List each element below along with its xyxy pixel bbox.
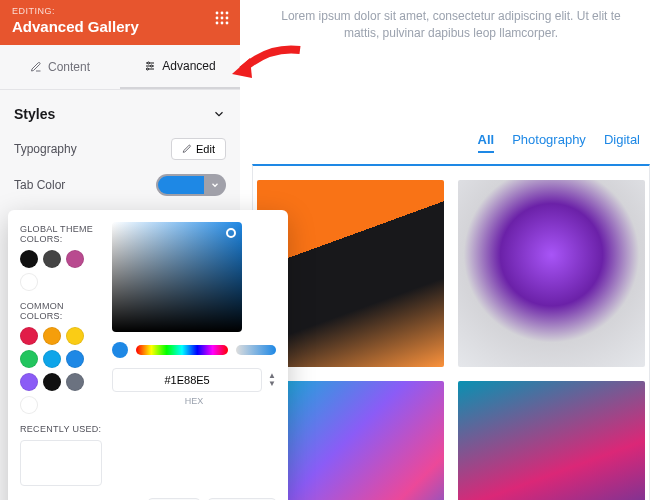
filter-tabs: All Photography Digital: [252, 120, 650, 165]
sliders-icon: [144, 60, 156, 72]
swatch-color: [156, 174, 204, 196]
hue-slider[interactable]: [136, 345, 228, 355]
color-dot[interactable]: [43, 250, 61, 268]
color-dot[interactable]: [20, 327, 38, 345]
svg-point-8: [226, 22, 229, 25]
filter-digital[interactable]: Digital: [604, 132, 640, 153]
gallery-module: All Photography Digital: [252, 120, 650, 500]
tab-color-label: Tab Color: [14, 178, 65, 192]
tab-content-label: Content: [48, 60, 90, 74]
recent-colors-label: RECENTLY USED:: [20, 424, 102, 434]
svg-point-4: [221, 17, 224, 20]
svg-point-6: [216, 22, 219, 25]
filter-all[interactable]: All: [478, 132, 495, 153]
color-dot[interactable]: [43, 350, 61, 368]
color-picker-popover: GLOBAL THEME COLORS: COMMON COLORS: RECE…: [8, 210, 288, 500]
saturation-handle[interactable]: [226, 228, 236, 238]
typography-label: Typography: [14, 142, 77, 156]
color-dot[interactable]: [66, 350, 84, 368]
saturation-picker[interactable]: [112, 222, 242, 332]
styles-title-text: Styles: [14, 106, 55, 122]
svg-point-7: [221, 22, 224, 25]
svg-point-5: [226, 17, 229, 20]
hex-label: HEX: [112, 396, 276, 406]
tab-advanced-label: Advanced: [162, 59, 215, 73]
svg-point-13: [151, 65, 153, 67]
color-dot[interactable]: [66, 327, 84, 345]
edit-label: Edit: [196, 143, 215, 155]
gallery-thumb[interactable]: [458, 180, 645, 367]
svg-point-2: [226, 12, 229, 15]
hex-stepper[interactable]: ▲▼: [268, 372, 276, 388]
color-dot[interactable]: [66, 250, 84, 268]
svg-point-14: [147, 68, 149, 70]
color-dot[interactable]: [20, 273, 38, 291]
tab-advanced[interactable]: Advanced: [120, 45, 240, 89]
common-colors: [20, 327, 102, 414]
typography-row: Typography Edit: [14, 138, 226, 160]
alpha-slider[interactable]: [236, 345, 276, 355]
tab-content[interactable]: Content: [0, 45, 120, 89]
hex-input[interactable]: [112, 368, 262, 392]
styles-section: Styles Typography Edit Tab Color: [0, 90, 240, 226]
global-colors-label: GLOBAL THEME COLORS:: [20, 224, 102, 244]
svg-point-3: [216, 17, 219, 20]
color-dot[interactable]: [20, 250, 38, 268]
chevron-down-icon: [212, 107, 226, 121]
swatch-caret: [204, 174, 226, 196]
gallery-grid: [252, 164, 650, 500]
color-dot[interactable]: [20, 373, 38, 391]
tab-color-swatch[interactable]: [156, 174, 226, 196]
color-dot[interactable]: [43, 327, 61, 345]
module-header: EDITING: Advanced Gallery: [0, 0, 240, 45]
color-dot[interactable]: [20, 350, 38, 368]
svg-point-1: [221, 12, 224, 15]
current-color-dot: [112, 342, 128, 358]
filter-photography[interactable]: Photography: [512, 132, 586, 153]
editing-label: EDITING:: [12, 6, 228, 16]
pencil-icon: [182, 144, 192, 154]
tab-color-row: Tab Color: [14, 174, 226, 196]
color-dot[interactable]: [66, 373, 84, 391]
module-title: Advanced Gallery: [12, 18, 228, 35]
typography-edit-button[interactable]: Edit: [171, 138, 226, 160]
preview-pane: Lorem ipsum dolor sit amet, consectetur …: [240, 0, 662, 500]
styles-title[interactable]: Styles: [14, 106, 226, 122]
gallery-thumb[interactable]: [458, 381, 645, 500]
pencil-icon: [30, 61, 42, 73]
svg-point-12: [148, 62, 150, 64]
color-dot[interactable]: [43, 373, 61, 391]
recent-colors-box: [20, 440, 102, 486]
color-dot[interactable]: [20, 396, 38, 414]
sidebar-tabs: Content Advanced: [0, 45, 240, 90]
drag-grid-icon[interactable]: [214, 10, 230, 26]
global-colors: [20, 250, 102, 291]
lorem-text: Lorem ipsum dolor sit amet, consectetur …: [252, 0, 650, 50]
svg-point-0: [216, 12, 219, 15]
common-colors-label: COMMON COLORS:: [20, 301, 102, 321]
